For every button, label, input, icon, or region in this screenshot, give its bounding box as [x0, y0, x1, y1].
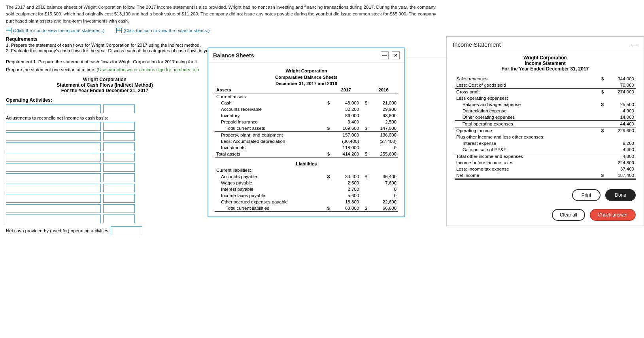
bs-current-liab-header: Current liabilities:	[215, 167, 398, 173]
adj-amount-5[interactable]	[103, 163, 135, 172]
is-row-salaries: Salaries and wages expense $ 25,500	[455, 101, 636, 108]
is-sign-tax	[597, 166, 605, 172]
is-label-total-other: Total other income and expenses	[455, 153, 597, 160]
is-sign-interest	[597, 140, 605, 146]
operating-item-1-text[interactable]	[6, 104, 101, 113]
is-sign-depreciation	[597, 108, 605, 114]
print-button[interactable]: Print	[572, 189, 601, 201]
bs-total-assets-label: Total assets	[215, 151, 323, 158]
adj-text-5[interactable]	[6, 163, 101, 172]
balance-sheets-link[interactable]: (Click the icon to view the balance shee…	[116, 28, 210, 33]
bs-total-cl-2016: 66,600	[369, 205, 398, 212]
subtotal-text[interactable]	[6, 215, 101, 223]
bs-total-cl-sign16: $	[361, 205, 369, 212]
bs-total-current-label: Total current assets	[215, 125, 323, 132]
subtotal-amount[interactable]	[103, 215, 135, 223]
is-row-gross: Gross profit $ 274,000	[455, 89, 636, 95]
operating-item-1-amount[interactable]	[103, 104, 135, 113]
is-row-interest: Interest expense 9,200	[455, 140, 636, 146]
adj-text-8[interactable]	[6, 194, 101, 203]
bs-wages-row: Wages payable 2,500 7,600	[215, 180, 398, 186]
income-footer-btns: Print Done	[447, 184, 644, 206]
adj-amount-9[interactable]	[103, 204, 135, 213]
is-label-gain: Gain on sale of PP&E	[455, 146, 597, 153]
income-panel-title: Income Statement	[453, 41, 501, 48]
adj-label: Adjustments to reconcile net income to c…	[6, 116, 204, 120]
net-cash-amount[interactable]	[111, 226, 142, 235]
income-statement-link[interactable]: (Click the icon to view the income state…	[6, 28, 104, 33]
bs-ap-label: Accounts payable	[215, 173, 323, 180]
is-row-tax: Less: Income tax expense 37,400	[455, 166, 636, 172]
bs-interest-pay-row: Interest payable 2,700 0	[215, 186, 398, 192]
adj-amount-7[interactable]	[103, 184, 135, 192]
bs-wages-2017: 2,500	[331, 180, 361, 186]
bs-total-current-sign16: $	[361, 125, 369, 132]
is-row-cogs: Less: Cost of goods sold 70,000	[455, 82, 636, 89]
adj-row-6	[6, 173, 204, 182]
adj-text-2[interactable]	[6, 132, 101, 141]
adj-amount-3[interactable]	[103, 142, 135, 151]
bs-period: December 31, 2017 and 2016	[215, 80, 398, 87]
bs-total-current-liab-row: Total current liabilities $ 63,000 $ 66,…	[215, 205, 398, 212]
adj-row-4	[6, 153, 204, 161]
bs-total-assets-2016: 255,600	[369, 151, 398, 158]
bs-income-tax-pay-label: Income taxes payable	[215, 192, 323, 199]
minimize-button[interactable]: —	[631, 41, 638, 48]
adj-amount-6[interactable]	[103, 173, 135, 182]
adj-text-1[interactable]	[6, 122, 101, 131]
bs-cash-label: Cash	[215, 100, 323, 106]
bs-total-assets-row: Total assets $ 414,200 $ 255,600	[215, 151, 398, 158]
balance-link-text: (Click the icon to view the balance shee…	[123, 28, 210, 33]
bs-ppe-2017: 157,000	[331, 132, 361, 139]
adj-text-4[interactable]	[6, 153, 101, 161]
modal-minimize-button[interactable]: —	[381, 51, 389, 59]
adj-text-3[interactable]	[6, 142, 101, 151]
adj-row-2	[6, 132, 204, 141]
is-row-gain: Gain on sale of PP&E 4,400	[455, 146, 636, 153]
bs-interest-pay-2017: 2,700	[331, 186, 361, 192]
is-row-total-opex: Total operating expenses 44,400	[455, 121, 636, 127]
subtotal-row	[6, 215, 204, 223]
adj-amount-8[interactable]	[103, 194, 135, 203]
is-sign-op-income: $	[597, 127, 605, 134]
bs-col-header-row: Assets 2017 2016	[215, 87, 398, 93]
adj-text-6[interactable]	[6, 173, 101, 182]
bs-total-current-sign17: $	[323, 125, 331, 132]
is-sign-total-opex	[597, 121, 605, 127]
bs-corp-name: Wright Corporation	[215, 68, 398, 74]
modal-controls: — ✕	[381, 51, 400, 59]
bs-ap-sign16: $	[361, 173, 369, 180]
is-label-net-income: Net income	[455, 172, 597, 179]
is-val-interest: 9,200	[605, 140, 636, 146]
bs-income-tax-pay-2016: 0	[369, 192, 398, 199]
adj-amount-4[interactable]	[103, 153, 135, 161]
bs-col-assets: Assets	[215, 87, 323, 93]
adj-text-7[interactable]	[6, 184, 101, 192]
is-sign-sales: $	[597, 76, 605, 82]
is-label-gross: Gross profit	[455, 89, 597, 95]
bs-other-accrued-2016: 22,600	[369, 199, 398, 205]
bs-other-accrued-label: Other accrued expenses payable	[215, 199, 323, 205]
adj-text-9[interactable]	[6, 204, 101, 213]
bs-stmt-title-row: Comparative Balance Sheets	[215, 74, 398, 80]
bs-inventory-2017: 86,000	[331, 112, 361, 119]
bs-ppe-label: Property, plant, and equipment	[215, 132, 323, 139]
grid-icon-2	[116, 28, 122, 33]
is-sign-total-other	[597, 153, 605, 160]
is-val-pretax: 224,800	[605, 160, 636, 166]
adj-amount-2[interactable]	[103, 132, 135, 141]
check-answer-button[interactable]: Check answer	[590, 209, 636, 221]
is-row-op-income: Operating income $ 229,600	[455, 127, 636, 134]
bs-total-assets-sign17: $	[323, 151, 331, 158]
bs-prepaid-row: Prepaid insurance 3,400 2,500	[215, 119, 398, 125]
bs-period-row: December 31, 2017 and 2016	[215, 80, 398, 87]
bs-total-cl-2017: 63,000	[331, 205, 361, 212]
done-button[interactable]: Done	[605, 189, 636, 201]
clear-all-button[interactable]: Clear all	[552, 209, 585, 221]
bs-other-accrued-2017: 18,800	[331, 199, 361, 205]
is-val-cogs: 70,000	[605, 82, 636, 89]
modal-close-button[interactable]: ✕	[392, 51, 400, 59]
intro-text: The 2017 and 2016 balance sheets of Wrig…	[6, 4, 441, 25]
adj-amount-1[interactable]	[103, 122, 135, 131]
bs-total-current-2017: 169,600	[331, 125, 361, 132]
